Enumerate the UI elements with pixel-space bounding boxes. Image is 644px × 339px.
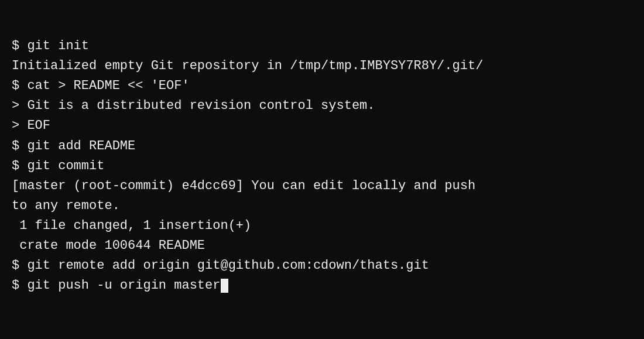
line7: $ git commit	[12, 156, 632, 176]
line5: > EOF	[12, 116, 632, 136]
line11: crate mode 100644 README	[12, 236, 632, 256]
line2: Initialized empty Git repository in /tmp…	[12, 56, 632, 76]
line10: 1 file changed, 1 insertion(+)	[12, 216, 632, 236]
line4: > Git is a distributed revision control …	[12, 96, 632, 116]
terminal-window: $ git initInitialized empty Git reposito…	[0, 0, 644, 339]
terminal-cursor	[221, 279, 228, 293]
line3: $ cat > README << 'EOF'	[12, 76, 632, 96]
line8: [master (root-commit) e4dcc69] You can e…	[12, 176, 632, 196]
line9: to any remote.	[12, 196, 632, 216]
line6: $ git add README	[12, 136, 632, 156]
line1: $ git init	[12, 36, 632, 56]
line12: $ git remote add origin git@github.com:c…	[12, 256, 632, 276]
line13: $ git push -u origin master	[12, 276, 632, 296]
